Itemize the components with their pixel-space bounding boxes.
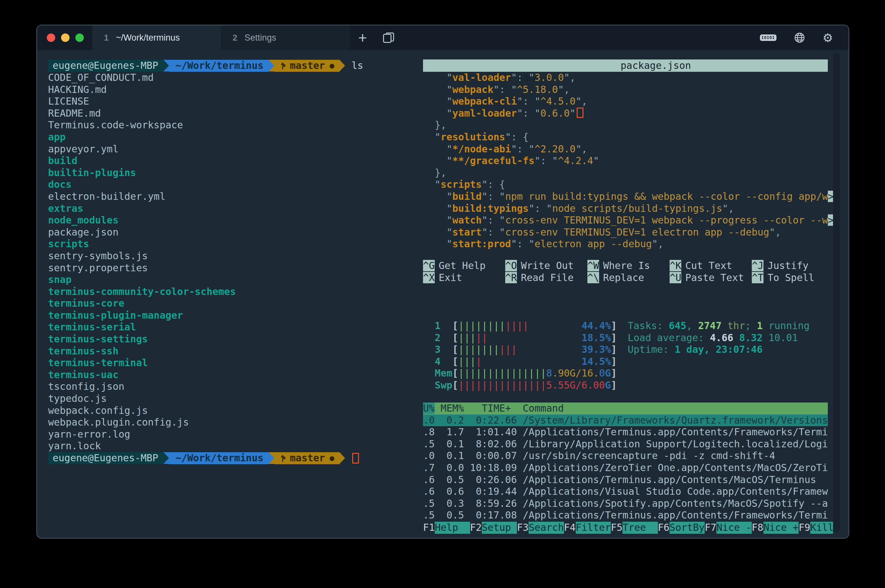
minimize-button[interactable] [61, 33, 69, 42]
title-bar: 1 ~/Work/terminus 2 Settings + IOIOI [37, 26, 849, 50]
process-row: .6 0.6 0:19.44 /Applications/Visual Stud… [423, 486, 828, 498]
tab-title: ~/Work/terminus [116, 33, 180, 43]
process-row: .5 0.3 8:59.26 /Applications/Spotify.app… [423, 498, 828, 510]
prompt-line: eugene@Eugenes-MBP ~/Work/terminus [48, 60, 419, 72]
left-terminal-pane[interactable]: eugene@Eugenes-MBP ~/Work/terminus [37, 50, 419, 538]
file-list: CODE_OF_CONDUCT.mdHACKING.mdLICENSEREADM… [48, 72, 419, 452]
fkey-f6: F6SortBy [658, 522, 705, 534]
prompt-path-segment: ~/Work/terminus [169, 60, 268, 72]
command-text: ls [345, 60, 363, 72]
powerline-arrow-icon [339, 60, 345, 72]
tasks-summary: Tasks: 645, 2747 thr; 1 running [628, 320, 810, 332]
file-item: terminus-terminal [48, 357, 419, 369]
prompt-user-segment: eugene@Eugenes-MBP [48, 60, 164, 72]
uptime: Uptime: 1 day, 23:07:46 [628, 344, 810, 356]
htop-meters: 1 [||||||||||||44.4%] 2 [|||||18.5%] 3 [… [423, 320, 616, 392]
file-item: extras [48, 203, 419, 215]
file-item: builtin-plugins [48, 167, 419, 179]
nano-titlebar: GNU nano 4.5 package.json [423, 60, 828, 72]
tab-settings[interactable]: 2 Settings [221, 26, 350, 50]
nano-filename: package.json [621, 60, 691, 72]
file-item: HACKING.md [48, 84, 419, 96]
duplicate-tab-button[interactable] [376, 26, 402, 50]
fkey-f3: F3Search [517, 522, 564, 534]
process-row: .0 0.2 0:22.66 /System/Library/Framework… [423, 414, 828, 426]
nano-shortcut: ^WWhere Is [587, 260, 670, 272]
nano-shortcut-row: ^GGet Help^OWrite Out^WWhere Is^KCut Tex… [423, 260, 836, 272]
fkey-f9: F9Kill [799, 522, 833, 534]
powerline-arrow-icon [164, 60, 169, 72]
nano-line: "start:prod": "electron app --debug", [423, 238, 832, 250]
fkey-bar: F1Help F2Setup F3SearchF4FilterF5Tree F6… [423, 522, 833, 534]
tab-number: 2 [232, 33, 237, 43]
zoom-button[interactable] [75, 33, 84, 42]
plus-icon: + [358, 30, 367, 45]
nano-shortcut: ^KCut Text [670, 260, 752, 272]
file-item: terminus-ssh [48, 345, 419, 357]
globe-icon[interactable] [794, 32, 805, 43]
new-tab-button[interactable]: + [350, 26, 376, 50]
file-item: snap [48, 274, 419, 286]
file-item: webpack.plugin.config.js [48, 417, 419, 429]
file-item: sentry.properties [48, 262, 419, 274]
nano-shortcut: ^JJustify [752, 260, 834, 272]
traffic-lights [37, 26, 92, 50]
prompt-branch-segment: master ● [274, 452, 339, 464]
nano-line: }, [423, 167, 832, 179]
file-item: README.md [48, 108, 419, 120]
powerline-arrow-icon [164, 452, 169, 464]
nano-shortcut: ^RRead File [505, 272, 587, 284]
prompt-branch-segment: master ● [274, 60, 339, 72]
window-content: eugene@Eugenes-MBP ~/Work/terminus [37, 50, 849, 538]
git-branch-icon [280, 62, 286, 70]
fkey-f1: F1Help [423, 522, 470, 534]
sort-column-header[interactable]: U% [423, 402, 435, 414]
file-item: terminus-uac [48, 369, 419, 381]
nano-line: "webpack": "^5.18.0", [423, 84, 832, 96]
powerline-arrow-icon [339, 452, 345, 464]
close-button[interactable] [47, 33, 55, 42]
file-item: terminus-community-color-schemes [48, 286, 419, 298]
desktop-background: 1 ~/Work/terminus 2 Settings + IOIOI [0, 0, 885, 588]
nano-line: "build": "npm run build:typings && webpa… [423, 191, 832, 203]
file-item: typedoc.js [48, 393, 419, 405]
htop-info: Tasks: 645, 2747 thr; 1 runningLoad aver… [628, 320, 810, 356]
nano-line: "webpack-cli": "^4.5.0", [423, 96, 832, 108]
nano-cursor [577, 108, 584, 118]
fkey-f4: F4Filter [564, 522, 611, 534]
file-item: tsconfig.json [48, 381, 419, 393]
process-row: .6 0.5 0:26.06 /Applications/Terminus.ap… [423, 474, 828, 486]
scrollbar-track[interactable] [833, 52, 840, 531]
file-item: docs [48, 178, 419, 191]
nano-shortcut-row: ^XExit^RRead File^\Replace^UPaste Text^T… [423, 272, 836, 284]
nano-line: "scripts": { [423, 178, 832, 191]
nano-shortcut: ^OWrite Out [505, 260, 587, 272]
duplicate-icon [383, 33, 394, 43]
file-item: electron-builder.yml [48, 191, 419, 203]
process-row: .5 0.5 0:17.08 /Applications/Terminus.ap… [423, 509, 828, 521]
nano-line: "build:typings": "node scripts/build-typ… [423, 203, 832, 215]
git-dirty-icon: ● [330, 60, 334, 72]
process-table-header[interactable]: U% MEM% TIME+ Command [423, 402, 828, 414]
serial-ports-button[interactable]: IOIOI [760, 34, 777, 41]
nano-shortcut: ^\Replace [587, 272, 670, 284]
file-item: LICENSE [48, 96, 419, 108]
nano-editor[interactable]: "val-loader": "3.0.0", "webpack": "^5.18… [423, 72, 832, 250]
right-terminal-pane[interactable]: GNU nano 4.5 package.json "val-loader": … [423, 50, 836, 538]
file-item: terminus-core [48, 298, 419, 310]
file-item: yarn-error.log [48, 429, 419, 441]
nano-shortcut: ^XExit [423, 272, 505, 284]
file-item: app [48, 131, 419, 143]
tab-work-terminus[interactable]: 1 ~/Work/terminus [92, 26, 221, 50]
cpu-meter-1: 1 [||||||||||||44.4%] [423, 320, 616, 332]
fkey-f5: F5Tree [611, 522, 658, 534]
terminal-window: 1 ~/Work/terminus 2 Settings + IOIOI [36, 25, 849, 538]
gear-icon[interactable]: ⚙ [823, 31, 833, 45]
git-dirty-icon: ● [330, 452, 334, 464]
nano-line: "**/graceful-fs": "^4.2.4" [423, 155, 832, 167]
prompt-user-segment: eugene@Eugenes-MBP [48, 452, 164, 464]
nano-shortcut: ^TTo Spell [752, 272, 834, 284]
nano-shortcut: ^UPaste Text [670, 272, 752, 284]
file-item: webpack.config.js [48, 405, 419, 417]
fkey-f8: F8Nice + [752, 522, 799, 534]
